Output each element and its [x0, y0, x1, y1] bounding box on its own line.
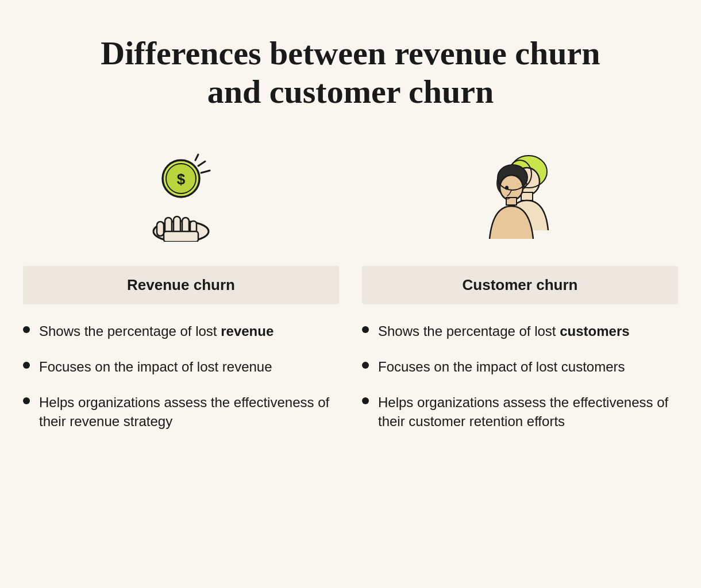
list-item: Focuses on the impact of lost revenue [23, 357, 339, 377]
bullet-dot [362, 326, 369, 333]
customer-churn-header: Customer churn [362, 266, 678, 304]
bullet-dot [23, 326, 30, 333]
bullet-dot [362, 362, 369, 369]
svg-line-12 [195, 154, 198, 160]
list-item: Shows the percentage of lost revenue [23, 322, 339, 341]
svg-rect-1 [157, 222, 164, 236]
svg-line-11 [201, 171, 210, 173]
bullet-text: Helps organizations assess the effective… [378, 393, 678, 431]
svg-rect-16 [521, 192, 533, 200]
svg-text:$: $ [177, 171, 186, 188]
customer-churn-label: Customer churn [463, 276, 578, 294]
bullet-text: Shows the percentage of lost customers [378, 322, 678, 341]
columns-container: $ Revenue churn Shows the percentage of … [23, 145, 678, 431]
revenue-icon-area: $ [23, 145, 339, 249]
people-icon [474, 150, 566, 244]
revenue-churn-label: Revenue churn [127, 276, 235, 294]
list-item: Helps organizations assess the effective… [23, 393, 339, 431]
svg-rect-6 [164, 231, 198, 242]
svg-line-10 [198, 161, 205, 166]
revenue-churn-header: Revenue churn [23, 266, 339, 304]
customer-churn-column: Customer churn Shows the percentage of l… [362, 145, 678, 431]
customer-icon-area [362, 145, 678, 249]
bullet-text: Shows the percentage of lost revenue [39, 322, 339, 341]
customer-churn-bullets: Shows the percentage of lost customers F… [362, 322, 678, 431]
bullet-dot [23, 397, 30, 404]
bullet-dot [23, 362, 30, 369]
svg-point-25 [505, 186, 509, 190]
list-item: Shows the percentage of lost customers [362, 322, 678, 341]
coin-hand-icon: $ [135, 150, 227, 244]
bullet-text: Helps organizations assess the effective… [39, 393, 339, 431]
bullet-dot [362, 397, 369, 404]
revenue-churn-column: $ Revenue churn Shows the percentage of … [23, 145, 339, 431]
revenue-churn-bullets: Shows the percentage of lost revenue Foc… [23, 322, 339, 431]
bullet-text: Focuses on the impact of lost customers [378, 357, 678, 377]
list-item: Focuses on the impact of lost customers [362, 357, 678, 377]
list-item: Helps organizations assess the effective… [362, 393, 678, 431]
bullet-text: Focuses on the impact of lost revenue [39, 357, 339, 377]
page-title: Differences between revenue churn and cu… [92, 34, 609, 111]
